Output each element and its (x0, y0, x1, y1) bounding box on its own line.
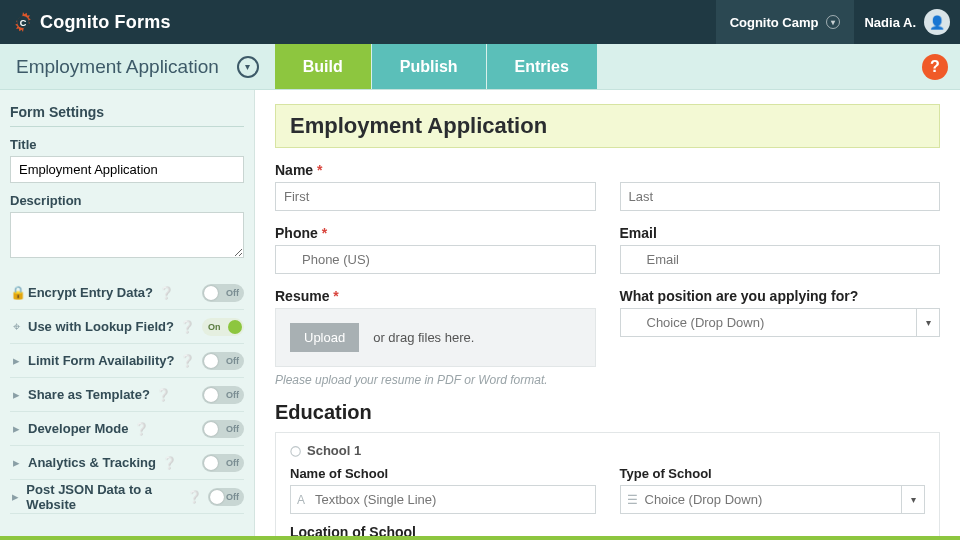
upload-dropzone[interactable]: Upload or drag files here. (275, 308, 596, 367)
toggle[interactable]: Off (202, 454, 244, 472)
row-icon: ⌖ (10, 319, 22, 335)
help-icon[interactable]: ❔ (162, 456, 177, 470)
education-heading: Education (275, 401, 940, 424)
phone-label: Phone (275, 225, 318, 241)
form-title: Employment Application (290, 113, 925, 139)
upload-hint: or drag files here. (373, 330, 474, 345)
avatar: 👤 (924, 9, 950, 35)
bullet-icon: ◯ (290, 445, 301, 456)
user-menu[interactable]: Nadia A. 👤 (854, 9, 960, 35)
row-icon: ▸ (10, 353, 22, 368)
sidebar-setting-row[interactable]: ▸Post JSON Data to a Website ❔Off (10, 480, 244, 514)
toggle[interactable]: Off (202, 284, 244, 302)
text-icon: A (297, 493, 305, 507)
first-name-input[interactable] (275, 182, 596, 211)
sidebar-setting-row[interactable]: ▸Limit Form Availability? ❔Off (10, 344, 244, 378)
repeat-item-label: School 1 (307, 443, 361, 458)
sidebar-setting-row[interactable]: ▸Developer Mode ❔Off (10, 412, 244, 446)
chevron-down-icon: ▾ (237, 56, 259, 78)
sidebar-setting-row[interactable]: ⌖Use with Lookup Field? ❔On (10, 310, 244, 344)
brand-logo[interactable]: C Cognito Forms (12, 11, 171, 33)
form-switcher[interactable]: Employment Application ▾ (0, 44, 275, 89)
gear-icon: C (12, 11, 34, 33)
repeating-section[interactable]: ◯School 1 Name of School A Type of Schoo… (275, 432, 940, 540)
chevron-down-icon[interactable]: ▾ (901, 485, 925, 514)
row-icon: ▸ (10, 455, 22, 470)
description-label: Description (10, 193, 244, 208)
toggle[interactable]: Off (208, 488, 244, 506)
toggle[interactable]: Off (202, 420, 244, 438)
row-label: Post JSON Data to a Website (26, 482, 180, 512)
title-input[interactable] (10, 156, 244, 183)
tab-build[interactable]: Build (275, 44, 371, 89)
phone-input[interactable] (275, 245, 596, 274)
sidebar: Form Settings Title Description 🔒Encrypt… (0, 90, 255, 540)
sub-bar: Employment Application ▾ Build Publish E… (0, 44, 960, 90)
row-label: Limit Form Availability? (28, 353, 174, 368)
email-label: Email (620, 225, 941, 241)
toggle[interactable]: On (202, 318, 244, 336)
sidebar-setting-row[interactable]: ▸Analytics & Tracking ❔Off (10, 446, 244, 480)
row-label: Analytics & Tracking (28, 455, 156, 470)
row-icon: ▸ (10, 421, 22, 436)
row-label: Use with Lookup Field? (28, 319, 174, 334)
school-name-input[interactable] (290, 485, 596, 514)
email-input[interactable] (620, 245, 941, 274)
list-icon: ☰ (627, 493, 638, 507)
tab-publish[interactable]: Publish (372, 44, 486, 89)
form-title-block[interactable]: Employment Application (275, 104, 940, 148)
sidebar-setting-row[interactable]: 🔒Encrypt Entry Data? ❔Off (10, 276, 244, 310)
title-label: Title (10, 137, 244, 152)
upload-button[interactable]: Upload (290, 323, 359, 352)
position-label: What position are you applying for? (620, 288, 941, 304)
row-icon: 🔒 (10, 285, 22, 300)
toggle[interactable]: Off (202, 352, 244, 370)
tab-entries[interactable]: Entries (487, 44, 597, 89)
help-icon[interactable]: ❔ (187, 490, 202, 504)
brand-name: Cognito Forms (40, 12, 171, 33)
required-mark: * (317, 162, 322, 178)
resume-label: Resume (275, 288, 329, 304)
sidebar-heading: Form Settings (10, 100, 244, 127)
last-name-input[interactable] (620, 182, 941, 211)
school-type-label: Type of School (620, 466, 926, 481)
help-button[interactable]: ? (922, 54, 948, 80)
row-icon: ▸ (10, 489, 20, 504)
org-name: Cognito Camp (730, 15, 819, 30)
svg-text:C: C (20, 18, 27, 28)
sidebar-setting-row[interactable]: ▸Share as Template? ❔Off (10, 378, 244, 412)
form-canvas: Employment Application Name * Phone * 📞 … (255, 90, 960, 540)
school-type-select[interactable] (620, 485, 926, 514)
school-name-label: Name of School (290, 466, 596, 481)
org-selector[interactable]: Cognito Camp ▾ (716, 0, 855, 44)
row-icon: ▸ (10, 387, 22, 402)
form-name-label: Employment Application (16, 56, 219, 78)
row-label: Encrypt Entry Data? (28, 285, 153, 300)
top-bar: C Cognito Forms Cognito Camp ▾ Nadia A. … (0, 0, 960, 44)
row-label: Developer Mode (28, 421, 128, 436)
description-input[interactable] (10, 212, 244, 258)
help-icon[interactable]: ❔ (180, 320, 195, 334)
help-icon[interactable]: ❔ (156, 388, 171, 402)
help-icon[interactable]: ❔ (134, 422, 149, 436)
user-name: Nadia A. (864, 15, 916, 30)
help-icon[interactable]: ❔ (180, 354, 195, 368)
chevron-down-icon[interactable]: ▾ (916, 308, 940, 337)
help-icon[interactable]: ❔ (159, 286, 174, 300)
chevron-down-icon: ▾ (826, 15, 840, 29)
position-select[interactable] (620, 308, 941, 337)
footer-accent (0, 536, 960, 540)
name-label: Name (275, 162, 313, 178)
resume-help: Please upload your resume in PDF or Word… (275, 373, 596, 387)
toggle[interactable]: Off (202, 386, 244, 404)
row-label: Share as Template? (28, 387, 150, 402)
